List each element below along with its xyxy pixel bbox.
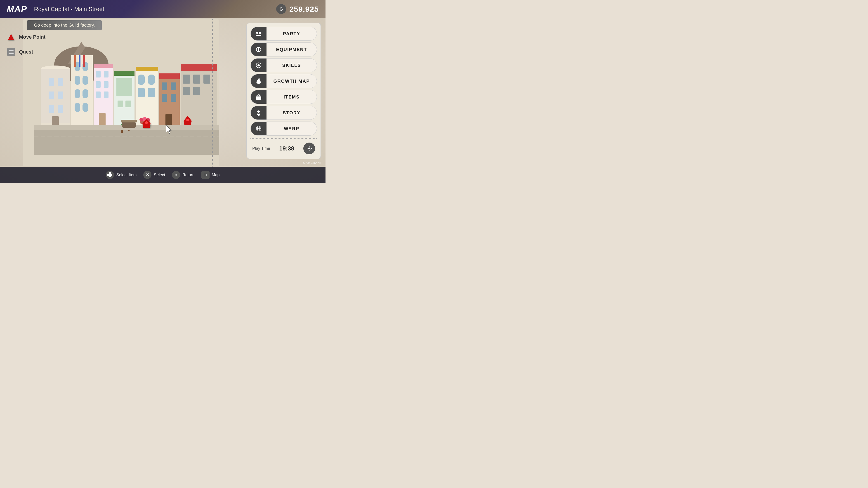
svg-rect-73 xyxy=(121,120,137,123)
svg-point-96 xyxy=(308,148,310,149)
control-bar: Select Item ✕ Select ○ Return □ Map xyxy=(0,167,326,183)
settings-icon xyxy=(306,145,312,152)
svg-rect-13 xyxy=(58,92,63,99)
svg-rect-58 xyxy=(159,73,180,79)
equipment-button[interactable]: EQUIPMENT xyxy=(250,42,317,57)
svg-rect-21 xyxy=(83,76,88,85)
party-icon xyxy=(255,30,262,37)
growth-map-icon xyxy=(255,77,262,85)
growth-map-button[interactable]: GROWTH MAP xyxy=(250,74,317,88)
menu-divider xyxy=(250,138,317,139)
svg-rect-11 xyxy=(58,78,63,86)
svg-rect-36 xyxy=(104,92,108,98)
quest-label: Quest xyxy=(19,49,33,55)
separator-line xyxy=(212,19,213,168)
svg-rect-65 xyxy=(181,64,217,71)
svg-rect-92 xyxy=(258,115,259,116)
warp-icon xyxy=(255,125,262,132)
story-button[interactable]: STORY xyxy=(250,106,317,120)
play-time-value: 19:38 xyxy=(279,145,294,152)
skills-icon-container xyxy=(251,58,267,72)
svg-rect-59 xyxy=(162,83,167,90)
svg-rect-70 xyxy=(193,87,200,95)
watermark: GAMERANT xyxy=(303,161,322,164)
svg-rect-20 xyxy=(74,76,80,85)
party-button[interactable]: PARTY xyxy=(250,27,317,41)
svg-rect-62 xyxy=(170,94,176,102)
svg-rect-10 xyxy=(49,78,54,86)
svg-point-54 xyxy=(140,118,143,122)
return-control[interactable]: ○ Return xyxy=(172,171,195,179)
warp-button[interactable]: WARP xyxy=(250,122,317,135)
currency-display: G 259,925 xyxy=(276,4,319,14)
legend-quest: Quest xyxy=(7,48,45,56)
growth-map-label: GROWTH MAP xyxy=(267,78,317,84)
svg-rect-52 xyxy=(148,88,155,97)
svg-point-80 xyxy=(259,32,261,34)
quest-legend-icon xyxy=(7,48,16,56)
party-icon-container xyxy=(251,27,267,41)
items-icon xyxy=(255,93,262,101)
party-label: PARTY xyxy=(267,31,317,36)
svg-point-79 xyxy=(256,32,258,34)
equipment-icon xyxy=(255,46,262,53)
story-icon-container xyxy=(251,106,267,120)
page-title: MAP xyxy=(7,4,27,14)
svg-rect-26 xyxy=(74,55,76,67)
svg-rect-42 xyxy=(125,101,131,107)
quest-banner: Go deep into the Guild factory. xyxy=(27,20,102,30)
growth-map-icon-container xyxy=(251,74,267,88)
currency-icon: G xyxy=(276,4,286,14)
skills-button[interactable]: SKILLS xyxy=(250,58,317,72)
svg-rect-24 xyxy=(74,103,80,112)
equipment-label: EQUIPMENT xyxy=(267,47,317,52)
svg-rect-14 xyxy=(49,105,54,113)
map-viewport xyxy=(23,19,219,166)
quest-icon xyxy=(7,48,15,56)
story-label: STORY xyxy=(267,110,317,116)
svg-rect-32 xyxy=(104,71,108,77)
play-time-label: Play Time xyxy=(252,146,270,151)
map-label: Map xyxy=(212,173,220,177)
map-control[interactable]: □ Map xyxy=(202,171,220,179)
svg-rect-61 xyxy=(162,94,167,102)
svg-rect-49 xyxy=(138,74,145,85)
svg-rect-66 xyxy=(183,74,190,84)
svg-rect-23 xyxy=(83,89,88,98)
svg-point-85 xyxy=(257,64,260,66)
svg-rect-51 xyxy=(138,88,145,97)
circle-icon: ○ xyxy=(172,171,180,179)
svg-rect-31 xyxy=(96,71,101,77)
map-scene xyxy=(23,19,219,166)
move-point-label: Move Point xyxy=(19,34,45,40)
svg-rect-50 xyxy=(148,74,155,85)
skills-label: SKILLS xyxy=(267,63,317,68)
cross-icon: ✕ xyxy=(143,171,151,179)
select-item-control[interactable]: Select Item xyxy=(106,171,136,179)
menu-panel: PARTY EQUIPMENT SKILLS xyxy=(246,23,321,159)
svg-rect-15 xyxy=(58,105,63,113)
svg-rect-40 xyxy=(116,78,132,96)
town-scene xyxy=(23,19,219,166)
return-label: Return xyxy=(182,173,195,177)
items-button[interactable]: ITEMS xyxy=(250,90,317,104)
svg-rect-90 xyxy=(258,95,259,96)
select-control[interactable]: ✕ Select xyxy=(143,171,165,179)
map-legend: Move Point Quest xyxy=(7,33,45,56)
svg-point-75 xyxy=(145,121,148,124)
square-icon: □ xyxy=(202,171,210,179)
svg-rect-27 xyxy=(79,55,81,67)
svg-rect-44 xyxy=(121,130,123,133)
warp-icon-container xyxy=(251,122,267,135)
svg-rect-83 xyxy=(258,47,259,52)
svg-rect-22 xyxy=(74,89,80,98)
settings-button[interactable] xyxy=(303,142,315,154)
svg-rect-67 xyxy=(193,74,200,84)
svg-rect-35 xyxy=(96,92,101,98)
story-icon xyxy=(255,109,262,116)
items-label: ITEMS xyxy=(267,94,317,100)
warp-label: WARP xyxy=(267,126,317,131)
svg-rect-39 xyxy=(114,71,134,76)
legend-move-point: Move Point xyxy=(7,33,45,41)
svg-rect-41 xyxy=(118,101,123,107)
